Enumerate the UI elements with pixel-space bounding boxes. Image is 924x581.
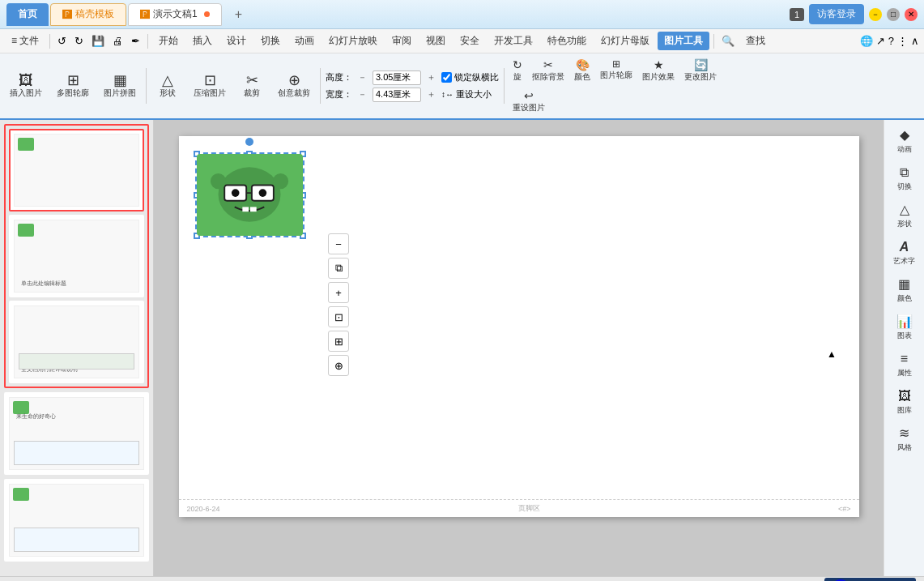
save-icon[interactable]: 💾 — [88, 33, 108, 49]
transition-icon: ⧉ — [900, 165, 909, 180]
chart-icon: 📊 — [896, 314, 913, 329]
print-icon[interactable]: 🖨 — [109, 33, 126, 49]
slide-thumb-inner-4: 来生命的好奇心 — [9, 397, 144, 470]
sidebar-transition[interactable]: ⧉ 切换 — [887, 160, 922, 196]
shape-icon: △ — [162, 73, 173, 88]
menu-dev-tools[interactable]: 开发工具 — [488, 32, 539, 50]
image-border-button[interactable]: ⊞ 图片轮廓 — [597, 57, 636, 84]
slide-thumb-3[interactable]: 全文档用行距详细说明 — [9, 301, 144, 383]
insert-image-button[interactable]: 🖼 插入图片 — [5, 70, 47, 101]
menu-start[interactable]: 开始 — [152, 32, 185, 50]
menu-search[interactable]: 查找 — [739, 32, 772, 50]
sidebar-style[interactable]: ≋ 风格 — [887, 421, 922, 457]
rotate-tool-button[interactable]: ↻ 旋 — [509, 57, 526, 84]
menu-slide-master[interactable]: 幻灯片母版 — [594, 32, 656, 50]
slide-thumb-inner-2: 单击此处编辑标题 — [14, 220, 139, 293]
maximize-button[interactable]: □ — [887, 8, 900, 21]
float-zoom-in-button[interactable]: + — [328, 282, 349, 303]
height-input[interactable] — [373, 70, 421, 85]
tab-doc[interactable]: 🅿 演示文稿1 — [128, 3, 222, 26]
sidebar-art-text[interactable]: A 艺术字 — [887, 235, 922, 271]
search-icon[interactable]: 🔍 — [718, 33, 738, 49]
width-input[interactable] — [373, 88, 421, 102]
tab-template[interactable]: 🅿 稿壳模板 — [50, 3, 126, 26]
menu-special[interactable]: 特色功能 — [541, 32, 593, 50]
svg-rect-9 — [242, 207, 249, 211]
add-tab-button[interactable]: + — [224, 3, 253, 26]
slide-panel: 单击此处编辑标题 全文档用行距详细说明 来生命的好奇心 全文 — [0, 120, 154, 576]
float-zoom-out-button[interactable]: − — [328, 233, 349, 254]
slide-thumb-4[interactable]: 来生命的好奇心 — [4, 392, 149, 475]
animation-icon: ◆ — [900, 127, 909, 143]
menu-slideshow[interactable]: 幻灯片放映 — [322, 32, 384, 50]
more-icon[interactable]: ⋮ — [897, 35, 908, 47]
sidebar-color[interactable]: ▦ 颜色 — [887, 272, 922, 308]
visitor-login-button[interactable]: 访客登录 — [809, 4, 864, 24]
title-bar-right: 1 访客登录 － □ ✕ — [790, 4, 918, 24]
wifi-icon[interactable]: 🌐 — [860, 35, 873, 47]
slide-canvas: 2020-6-24 页脚区 <#> — [179, 136, 859, 517]
lock-ratio-checkbox[interactable] — [441, 72, 452, 83]
gallery-icon: 🖼 — [898, 389, 911, 404]
creative-crop-button[interactable]: ⊕ 创意裁剪 — [273, 70, 315, 101]
float-copy-style-button[interactable]: ⊕ — [328, 355, 349, 376]
slide-footer: 2020-6-24 页脚区 <#> — [179, 499, 859, 517]
slide-thumb-5[interactable]: 全文档用行距详细说明 — [4, 479, 149, 562]
sidebar-gallery[interactable]: 🖼 图库 — [887, 384, 922, 420]
sidebar-shape[interactable]: △ 形状 — [887, 198, 922, 233]
properties-icon: ≡ — [901, 352, 908, 366]
image-effect-button[interactable]: ★ 图片效果 — [639, 57, 678, 84]
collapse-icon[interactable]: ∧ — [911, 35, 919, 47]
compress-button[interactable]: ⊡ 压缩图片 — [189, 70, 231, 101]
height-decrease-button[interactable]: － — [356, 71, 369, 83]
menu-insert[interactable]: 插入 — [186, 32, 219, 50]
color-button[interactable]: 🎨 颜色 — [571, 57, 594, 84]
menu-animation[interactable]: 动画 — [288, 32, 321, 50]
menu-design[interactable]: 设计 — [220, 32, 253, 50]
slide-thumb-1[interactable] — [9, 129, 144, 211]
undo-icon[interactable]: ↺ — [54, 33, 70, 49]
minimize-button[interactable]: － — [869, 8, 882, 21]
sidebar-properties[interactable]: ≡ 属性 — [887, 347, 922, 382]
size-controls: 高度： － ＋ 锁定纵横比 宽度： － ＋ ↕↔ 重设大小 — [326, 70, 499, 102]
sidebar-chart[interactable]: 📊 图表 — [887, 310, 922, 345]
width-decrease-button[interactable]: － — [356, 88, 369, 100]
slide-text-2: 单击此处编辑标题 — [21, 280, 134, 288]
selected-image[interactable] — [195, 152, 304, 237]
menu-file[interactable]: ≡ 文件 — [5, 32, 45, 50]
float-crop-button[interactable]: ⊡ — [328, 306, 349, 327]
insert-image-icon: 🖼 — [19, 73, 33, 88]
crop-button[interactable]: ✂ 裁剪 — [236, 70, 268, 101]
menu-view[interactable]: 视图 — [419, 32, 452, 50]
height-increase-button[interactable]: ＋ — [424, 71, 438, 83]
menu-image-tools[interactable]: 图片工具 — [658, 32, 709, 50]
svg-point-5 — [231, 189, 239, 197]
image-layout-button[interactable]: ▦ 图片拼图 — [99, 70, 141, 101]
remove-bg-button[interactable]: ✂ 抠除背景 — [529, 57, 568, 84]
width-increase-button[interactable]: ＋ — [424, 88, 438, 100]
scroll-up-button[interactable]: ▲ — [827, 348, 837, 360]
redo-icon[interactable]: ↻ — [71, 33, 87, 49]
multi-outline-button[interactable]: ⊞ 多图轮廓 — [52, 70, 94, 101]
slide-thumb-2[interactable]: 单击此处编辑标题 — [9, 215, 144, 297]
sidebar-animation[interactable]: ◆ 动画 — [887, 123, 922, 159]
float-frame-button[interactable]: ⊞ — [328, 331, 349, 352]
width-label: 宽度： — [326, 88, 352, 100]
shape-button[interactable]: △ 形状 — [151, 70, 184, 101]
menu-review[interactable]: 审阅 — [385, 32, 418, 50]
reset-size-label[interactable]: ↕↔ 重设大小 — [441, 88, 492, 100]
menu-transition[interactable]: 切换 — [254, 32, 287, 50]
frog-image — [197, 154, 303, 236]
change-image-button[interactable]: 🔄 更改图片 — [681, 57, 720, 84]
lock-ratio-label[interactable]: 锁定纵横比 — [441, 71, 499, 83]
tab-home[interactable]: 首页 — [6, 3, 49, 26]
share-icon[interactable]: ↗ — [876, 35, 885, 47]
rotate-handle[interactable] — [245, 138, 253, 146]
format-icon[interactable]: ✒ — [128, 33, 143, 49]
menu-security[interactable]: 安全 — [453, 32, 486, 50]
status-right: ≡ ▦ ⊞ 📋 ▶ 64% － ＋ Win7系统之家 — [622, 578, 916, 582]
help-icon[interactable]: ? — [888, 35, 894, 47]
close-button[interactable]: ✕ — [905, 8, 918, 21]
reset-image-button[interactable]: ↩ 重设图片 — [509, 88, 548, 115]
float-layers-button[interactable]: ⧉ — [328, 258, 349, 279]
